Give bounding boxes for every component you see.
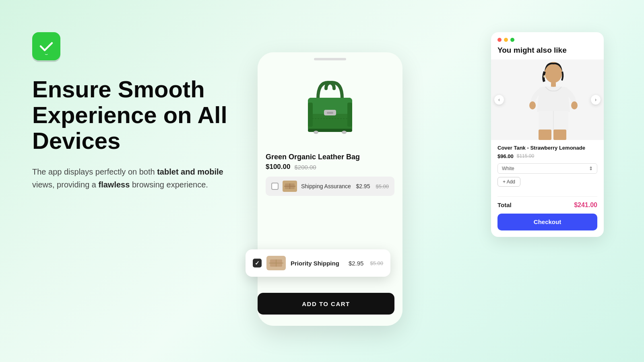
svg-point-27 [543,75,546,78]
add-to-cart-label: ADD TO CART [302,300,350,307]
dot-close[interactable] [497,38,502,42]
priority-price-old: $5.00 [370,260,383,266]
total-row: Total $241.00 [491,197,604,214]
svg-rect-5 [347,103,352,127]
product-image [286,64,374,149]
checkout-label: Checkout [534,218,561,225]
total-amount: $241.00 [574,202,597,209]
phone-mockup: Green Organic Leather Bag $100.00 $200.0… [258,52,402,326]
shipping-price-new: $2.95 [356,183,370,189]
priority-icon [266,256,286,270]
checkout-button[interactable]: Checkout [497,214,597,230]
left-section: ⌣ Ensure Smooth Experience on All Device… [32,32,258,191]
dot-minimize[interactable] [504,38,508,42]
add-to-cart-button[interactable]: ADD TO CART [258,293,394,315]
window-controls [491,32,604,46]
shipping-price-old: $5.00 [376,183,389,189]
panel-price-current: $96.00 [497,153,514,159]
priority-shipping-card[interactable]: ✓ Priority Shipping $2.95 $5.00 [246,249,390,277]
app-logo: ⌣ [32,32,60,60]
shipping-assurance-option[interactable]: Shipping Assurance $2.95 $5.00 [266,177,394,196]
checkmark-icon: ✓ [255,260,260,266]
svg-point-8 [314,131,318,134]
headline: Ensure Smooth Experience on All Devices [32,76,258,153]
panel-prices: $96.00 $115.00 [497,153,597,159]
color-selector[interactable]: White ⇕ [497,163,597,174]
total-label: Total [497,202,512,208]
product-name: Green Organic Leather Bag [266,153,394,161]
price-original: $200.00 [294,164,316,171]
panel-price-original: $115.00 [517,153,534,159]
priority-shipping-label: Priority Shipping [291,260,344,267]
panel-title: You might also like [491,46,604,60]
dot-maximize[interactable] [510,38,514,42]
panel-add-button[interactable]: + Add [497,177,520,187]
svg-rect-26 [553,130,566,140]
phone-notch [314,58,346,60]
panel-product-info: Cover Tank - Strawberry Lemonade $96.00 … [491,140,604,196]
shipping-icon [283,181,297,192]
panel-nav-left[interactable]: ‹ [494,95,504,105]
svg-rect-3 [327,112,333,114]
chevron-down-icon: ⇕ [589,166,593,171]
price-current: $100.00 [266,163,290,171]
model-image [491,60,604,140]
shipping-checkbox[interactable] [271,183,279,190]
product-info: Green Organic Leather Bag $100.00 $200.0… [258,153,402,196]
svg-rect-4 [308,103,313,127]
panel-product-name: Cover Tank - Strawberry Lemonade [497,145,597,152]
product-image-wrapper: ‹ › [491,60,604,140]
panel-nav-right[interactable]: › [591,95,601,105]
svg-point-22 [571,101,578,109]
right-panel: You might also like [491,32,604,237]
svg-point-9 [342,131,347,134]
svg-point-21 [529,101,536,109]
product-prices: $100.00 $200.00 [266,163,394,171]
svg-rect-25 [539,130,551,140]
priority-price-new: $2.95 [349,260,364,267]
shipping-label: Shipping Assurance [301,183,352,189]
priority-checkbox[interactable]: ✓ [253,259,262,267]
description: The app displays perfectly on both table… [32,165,225,191]
